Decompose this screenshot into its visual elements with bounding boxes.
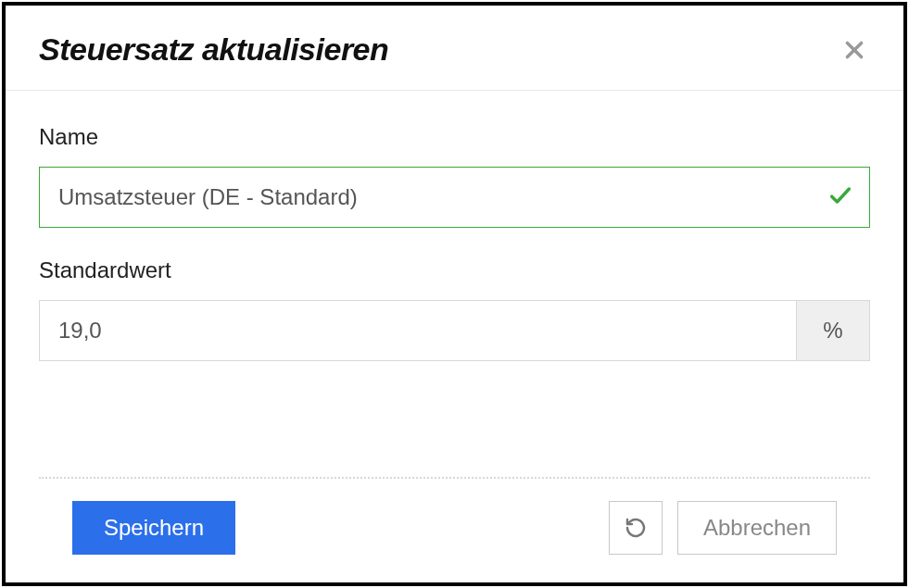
- standard-input[interactable]: [39, 300, 796, 361]
- modal-header: Steuersatz aktualisieren: [6, 6, 903, 91]
- close-button[interactable]: [839, 34, 870, 66]
- percent-addon: %: [796, 300, 870, 361]
- name-label: Name: [39, 124, 870, 150]
- modal-title: Steuersatz aktualisieren: [39, 31, 388, 68]
- reset-button[interactable]: [609, 501, 663, 555]
- cancel-button[interactable]: Abbrechen: [677, 501, 837, 555]
- name-input[interactable]: [39, 167, 870, 228]
- save-button[interactable]: Speichern: [72, 501, 235, 555]
- form-group-standard: Standardwert %: [39, 257, 870, 361]
- footer-right: Abbrechen: [609, 501, 837, 555]
- modal-dialog: Steuersatz aktualisieren Name Standardwe…: [2, 2, 907, 586]
- modal-footer: Speichern Abbrechen: [39, 477, 870, 582]
- close-icon: [842, 38, 866, 62]
- modal-body: Name Standardwert %: [6, 91, 903, 477]
- footer-left: Speichern: [72, 501, 235, 555]
- undo-icon: [625, 517, 647, 539]
- standard-label: Standardwert: [39, 257, 870, 283]
- name-input-wrapper: [39, 167, 870, 228]
- standard-input-group: %: [39, 300, 870, 361]
- form-group-name: Name: [39, 124, 870, 228]
